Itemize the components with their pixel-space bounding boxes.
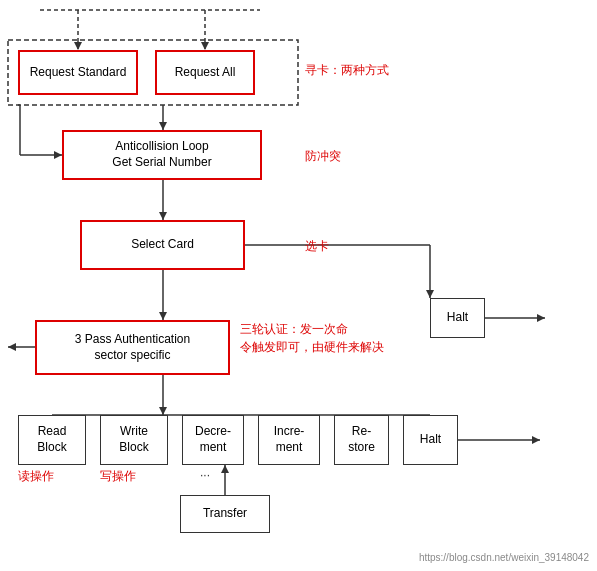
svg-marker-23 — [426, 290, 434, 298]
select-card-box: Select Card — [80, 220, 245, 270]
write-block-box: WriteBlock — [100, 415, 168, 465]
restore-box: Re-store — [334, 415, 389, 465]
increment-label: Incre-ment — [274, 424, 305, 455]
read-block-label: ReadBlock — [37, 424, 66, 455]
transfer-label: Transfer — [203, 506, 247, 522]
decrement-label: Decre-ment — [195, 424, 231, 455]
svg-marker-3 — [201, 42, 209, 50]
svg-marker-7 — [159, 122, 167, 130]
watermark: https://blog.csdn.net/weixin_39148042 — [419, 552, 589, 563]
write-block-label: WriteBlock — [119, 424, 148, 455]
halt-bottom-label: Halt — [420, 432, 441, 448]
svg-marker-20 — [537, 314, 545, 322]
restore-label: Re-store — [348, 424, 375, 455]
read-block-box: ReadBlock — [18, 415, 86, 465]
anticollision-box: Anticollision LoopGet Serial Number — [62, 130, 262, 180]
read-label: 读操作 — [18, 468, 54, 485]
auth-box: 3 Pass Authenticationsector specific — [35, 320, 230, 375]
halt-bottom-box: Halt — [403, 415, 458, 465]
svg-marker-9 — [159, 212, 167, 220]
halt-right-box: Halt — [430, 298, 485, 338]
write-label: 写操作 — [100, 468, 136, 485]
decrement-box: Decre-ment — [182, 415, 244, 465]
select-card-label: Select Card — [131, 237, 194, 253]
request-all-label: Request All — [175, 65, 236, 81]
auth-text-label: 三轮认证：发一次命令触发即可，由硬件来解决 — [240, 320, 420, 356]
diagram: Request Standard Request All 寻卡：两种方式 Ant… — [0, 0, 597, 571]
svg-marker-11 — [159, 312, 167, 320]
svg-marker-27 — [54, 151, 62, 159]
increment-box: Incre-ment — [258, 415, 320, 465]
svg-marker-1 — [74, 42, 82, 50]
dots-label: ··· — [200, 468, 210, 482]
svg-marker-31 — [532, 436, 540, 444]
select-label: 选卡 — [305, 238, 329, 255]
request-standard-box: Request Standard — [18, 50, 138, 95]
transfer-box: Transfer — [180, 495, 270, 533]
halt-right-label: Halt — [447, 310, 468, 326]
svg-marker-29 — [8, 343, 16, 351]
request-standard-label: Request Standard — [30, 65, 127, 81]
anticollision-label: Anticollision LoopGet Serial Number — [112, 139, 211, 170]
svg-marker-13 — [159, 407, 167, 415]
anticollision-text-label: 防冲突 — [305, 148, 341, 165]
auth-label: 3 Pass Authenticationsector specific — [75, 332, 190, 363]
request-all-box: Request All — [155, 50, 255, 95]
find-card-label: 寻卡：两种方式 — [305, 62, 389, 79]
svg-marker-18 — [221, 465, 229, 473]
